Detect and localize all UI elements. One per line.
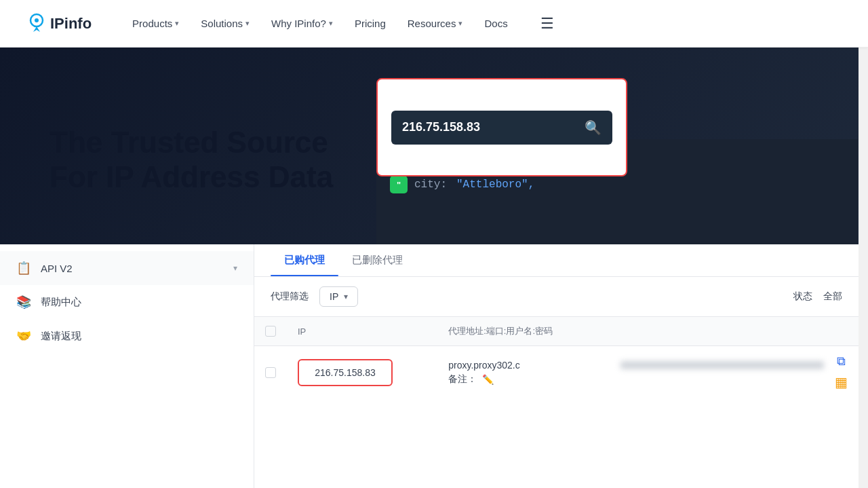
chevron-down-icon: ▾ — [245, 19, 250, 28]
hamburger-icon[interactable]: ☰ — [540, 15, 554, 33]
proxy-addr-cell: proxy.proxy302.c 备注： ✏️ ⧉ ▦ — [437, 346, 859, 399]
logo-text: IPinfo — [50, 15, 92, 33]
bottom-panel: 📋 API V2 ▾ 📚 帮助中心 🤝 邀请返现 已购代理 已删除代理 代理筛选… — [0, 244, 859, 488]
main-content: 已购代理 已删除代理 代理筛选 IP ▾ 状态 全部 IP 代理地址:端 — [254, 244, 859, 488]
ip-cell: 216.75.158.83 — [287, 346, 437, 399]
nav-item-docs[interactable]: Docs — [484, 18, 507, 29]
row-checkbox[interactable] — [265, 367, 276, 378]
table-row: 216.75.158.83 proxy.proxy302.c — [254, 346, 859, 399]
nav-item-resources[interactable]: Resources ▾ — [408, 18, 463, 29]
json-line-city: " city: "Attleboro", — [390, 176, 844, 193]
proxy-addr-blur — [620, 361, 824, 369]
edit-icon[interactable]: ✏️ — [482, 374, 494, 385]
qr-icon[interactable]: ▦ — [835, 374, 848, 390]
th-ip: IP — [287, 317, 437, 346]
tab-purchased[interactable]: 已购代理 — [271, 244, 338, 276]
chevron-down-icon: ▾ — [329, 19, 333, 28]
copy-icon[interactable]: ⧉ — [837, 354, 846, 369]
nav-item-products[interactable]: Products ▾ — [132, 18, 179, 29]
api-icon: 📋 — [16, 261, 31, 276]
th-proxy-addr: 代理地址:端口:用户名:密码 — [437, 317, 859, 346]
chevron-down-icon: ▾ — [175, 19, 179, 28]
quote-badge-city: " — [390, 176, 408, 193]
filter-bar: 代理筛选 IP ▾ 状态 全部 — [254, 277, 859, 317]
sidebar-item-api[interactable]: 📋 API V2 ▾ — [0, 251, 254, 285]
th-checkbox — [254, 317, 287, 346]
chevron-down-icon: ▾ — [458, 19, 462, 28]
sidebar-label-help: 帮助中心 — [41, 296, 237, 309]
row-checkbox-cell — [254, 346, 287, 399]
table-header-row: IP 代理地址:端口:用户名:密码 — [254, 317, 859, 346]
filter-select-value: IP — [330, 291, 338, 302]
svg-point-1 — [35, 18, 39, 22]
tabs-bar: 已购代理 已删除代理 — [254, 244, 859, 277]
sidebar-item-help[interactable]: 📚 帮助中心 — [0, 285, 254, 319]
status-label: 状态 — [793, 290, 812, 303]
nav-links: Products ▾ Solutions ▾ Why IPinfo? ▾ Pri… — [132, 15, 841, 33]
sidebar-label-api: API V2 — [41, 263, 224, 274]
invite-icon: 🤝 — [16, 329, 31, 343]
nav-item-solutions[interactable]: Solutions ▾ — [201, 18, 250, 29]
chevron-down-icon: ▾ — [344, 292, 348, 301]
note-label: 备注： — [448, 373, 477, 386]
nav-item-why[interactable]: Why IPinfo? ▾ — [271, 18, 333, 29]
hero-heading-line2: For IP Address Data — [50, 160, 333, 195]
logo-icon — [27, 13, 46, 35]
proxy-addr-prefix: proxy.proxy302.c — [448, 360, 615, 371]
hero-heading-line1: The Trusted Source — [50, 126, 333, 160]
sidebar-label-invite: 邀请返现 — [41, 330, 237, 343]
proxy-addr: proxy.proxy302.c 备注： ✏️ ⧉ ▦ — [448, 354, 848, 390]
status-value: 全部 — [823, 290, 842, 303]
hero-heading: The Trusted Source For IP Address Data — [50, 126, 333, 194]
help-icon: 📚 — [16, 295, 31, 309]
scrollbar[interactable] — [859, 0, 868, 488]
logo[interactable]: IPinfo — [27, 13, 92, 35]
sidebar-item-invite[interactable]: 🤝 邀请返现 — [0, 319, 254, 353]
search-icon[interactable]: 🔍 — [585, 119, 601, 136]
note-row: 备注： ✏️ — [448, 373, 824, 386]
json-city-key: city: — [414, 179, 447, 191]
nav-item-pricing[interactable]: Pricing — [355, 18, 386, 29]
ip-value: 216.75.158.83 — [315, 367, 376, 378]
chevron-down-icon: ▾ — [233, 263, 237, 273]
json-city-value: "Attleboro", — [456, 179, 534, 191]
navbar: IPinfo Products ▾ Solutions ▾ Why IPinfo… — [0, 0, 868, 48]
filter-select-ip[interactable]: IP ▾ — [319, 286, 358, 307]
proxy-table: IP 代理地址:端口:用户名:密码 216.75.158.83 — [254, 317, 859, 398]
filter-label: 代理筛选 — [271, 290, 309, 303]
search-overlay: 216.75.158.83 🔍 — [376, 78, 627, 176]
sidebar: 📋 API V2 ▾ 📚 帮助中心 🤝 邀请返现 — [0, 244, 254, 488]
tab-deleted[interactable]: 已删除代理 — [338, 244, 416, 276]
select-all-checkbox[interactable] — [265, 326, 276, 337]
search-input-display[interactable]: 216.75.158.83 — [402, 120, 585, 134]
